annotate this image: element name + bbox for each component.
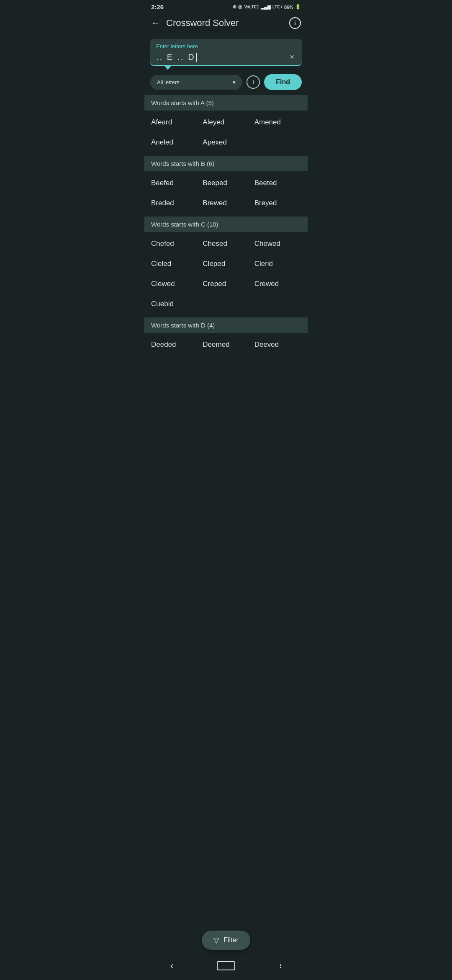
bluetooth-icon: ⊕ (233, 4, 236, 10)
list-item[interactable]: Afeard (149, 112, 200, 132)
signal-bars: ▂▄▆ (261, 4, 271, 10)
list-item[interactable]: Brewed (200, 193, 252, 213)
status-bar: 2:26 ⊕ ◎ VoLTE1 ▂▄▆ LTE+ 86% 🔋 (144, 0, 308, 12)
dropdown-label: All letters (157, 79, 179, 85)
battery-icon: 🔋 (295, 4, 301, 10)
search-label: Enter letters here (156, 43, 296, 49)
list-item[interactable]: Aneled (149, 132, 200, 152)
wifi-icon: ◎ (238, 4, 242, 10)
words-grid-b: Beefed Beeped Beeted Breded Brewed Breye… (144, 171, 308, 215)
list-item (252, 132, 303, 152)
list-item[interactable]: Clerid (252, 254, 303, 274)
chevron-down-icon: ▾ (233, 79, 236, 85)
letters-dropdown[interactable]: All letters ▾ (150, 75, 242, 90)
text-cursor (196, 53, 197, 62)
info-button[interactable]: i (289, 17, 301, 29)
lte-text: LTE+ (272, 5, 282, 9)
list-item[interactable]: Chefed (149, 234, 200, 254)
cursor-drop-indicator (164, 66, 171, 70)
list-item[interactable]: Clewed (149, 274, 200, 294)
search-input-row: .. E .. D × (156, 51, 296, 63)
app-title: Crossword Solver (166, 18, 239, 28)
search-input[interactable]: .. E .. D (156, 52, 288, 62)
list-item[interactable]: Chewed (252, 234, 303, 254)
list-item[interactable]: Cieled (149, 254, 200, 274)
top-bar: ← Crossword Solver i (144, 12, 308, 36)
list-item[interactable]: Amened (252, 112, 303, 132)
list-item[interactable]: Beeped (200, 173, 252, 193)
list-item[interactable]: Creped (200, 274, 252, 294)
search-container[interactable]: Enter letters here .. E .. D × (150, 39, 302, 66)
words-grid-d: Deeded Deemed Deeved (144, 333, 308, 356)
section-header-b: Words starts with B (6) (144, 156, 308, 171)
list-item[interactable]: Beeted (252, 173, 303, 193)
filter-row: All letters ▾ i Find (150, 74, 302, 90)
list-item[interactable]: Beefed (149, 173, 200, 193)
section-header-d: Words starts with D (4) (144, 317, 308, 333)
list-item[interactable]: Apexed (200, 132, 252, 152)
list-item[interactable]: Crewed (252, 274, 303, 294)
results-container: Words starts with A (5) Afeard Aleyed Am… (144, 95, 308, 390)
status-time: 2:26 (151, 3, 164, 10)
status-right: ⊕ ◎ VoLTE1 ▂▄▆ LTE+ 86% 🔋 (233, 4, 301, 10)
list-item[interactable]: Breyed (252, 193, 303, 213)
list-item[interactable]: Deemed (200, 335, 252, 355)
find-button[interactable]: Find (264, 74, 302, 90)
list-item[interactable]: Aleyed (200, 112, 252, 132)
list-item[interactable]: Breded (149, 193, 200, 213)
battery-text: 86% (284, 5, 293, 10)
top-bar-left: ← Crossword Solver (151, 18, 239, 28)
back-button[interactable]: ← (151, 18, 160, 28)
filter-info-button[interactable]: i (247, 75, 260, 89)
words-grid-c: Chefed Chesed Chewed Cieled Cleped Cleri… (144, 232, 308, 316)
list-item[interactable]: Deeved (252, 335, 303, 355)
list-item[interactable]: Deeded (149, 335, 200, 355)
section-header-c: Words starts with C (10) (144, 217, 308, 232)
list-item[interactable]: Chesed (200, 234, 252, 254)
signal-text: VoLTE1 (244, 5, 259, 9)
words-grid-a: Afeard Aleyed Amened Aneled Apexed (144, 111, 308, 154)
clear-button[interactable]: × (288, 51, 296, 63)
section-header-a: Words starts with A (5) (144, 95, 308, 111)
list-item[interactable]: Cleped (200, 254, 252, 274)
list-item[interactable]: Cuebid (149, 294, 200, 314)
